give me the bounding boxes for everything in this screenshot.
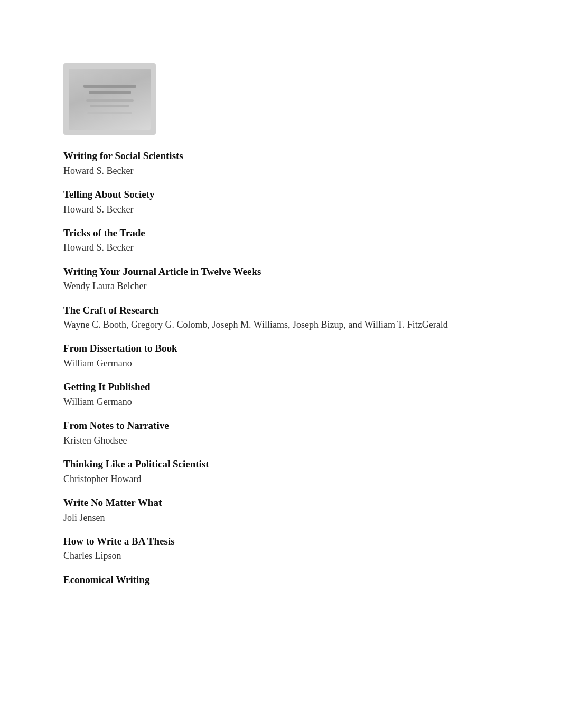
book-title: From Dissertation to Book (63, 342, 498, 355)
book-author: Howard S. Becker (63, 203, 498, 216)
list-item: Economical Writing (63, 574, 498, 587)
book-author: William Germano (63, 395, 498, 409)
book-title: Telling About Society (63, 188, 498, 201)
list-item: From Notes to NarrativeKristen Ghodsee (63, 419, 498, 447)
book-author: Wayne C. Booth, Gregory G. Colomb, Josep… (63, 318, 498, 331)
book-title: Economical Writing (63, 574, 498, 587)
book-author: Wendy Laura Belcher (63, 280, 498, 293)
book-author: Joli Jensen (63, 511, 498, 524)
list-item: Writing for Social ScientistsHoward S. B… (63, 150, 498, 178)
book-title: How to Write a BA Thesis (63, 535, 498, 548)
list-item: How to Write a BA ThesisCharles Lipson (63, 535, 498, 563)
book-author: Charles Lipson (63, 549, 498, 563)
list-item: Writing Your Journal Article in Twelve W… (63, 265, 498, 293)
book-cover (63, 63, 156, 135)
book-title: Writing for Social Scientists (63, 150, 498, 163)
book-author: Christopher Howard (63, 473, 498, 486)
list-item: Thinking Like a Political ScientistChris… (63, 458, 498, 486)
list-item: Telling About SocietyHoward S. Becker (63, 188, 498, 216)
list-item: Write No Matter WhatJoli Jensen (63, 496, 498, 524)
book-author: Howard S. Becker (63, 164, 498, 178)
book-title: Writing Your Journal Article in Twelve W… (63, 265, 498, 279)
list-item: Getting It PublishedWilliam Germano (63, 381, 498, 409)
list-item: The Craft of ResearchWayne C. Booth, Gre… (63, 304, 498, 332)
list-item: From Dissertation to BookWilliam Germano (63, 342, 498, 370)
list-item: Tricks of the TradeHoward S. Becker (63, 227, 498, 255)
book-title: Tricks of the Trade (63, 227, 498, 240)
book-title: From Notes to Narrative (63, 419, 498, 432)
book-author: Kristen Ghodsee (63, 434, 498, 447)
book-list: Writing for Social ScientistsHoward S. B… (63, 150, 498, 586)
book-title: Write No Matter What (63, 496, 498, 510)
book-author: William Germano (63, 357, 498, 370)
book-author: Howard S. Becker (63, 241, 498, 254)
book-title: Thinking Like a Political Scientist (63, 458, 498, 471)
book-title: Getting It Published (63, 381, 498, 394)
book-title: The Craft of Research (63, 304, 498, 317)
